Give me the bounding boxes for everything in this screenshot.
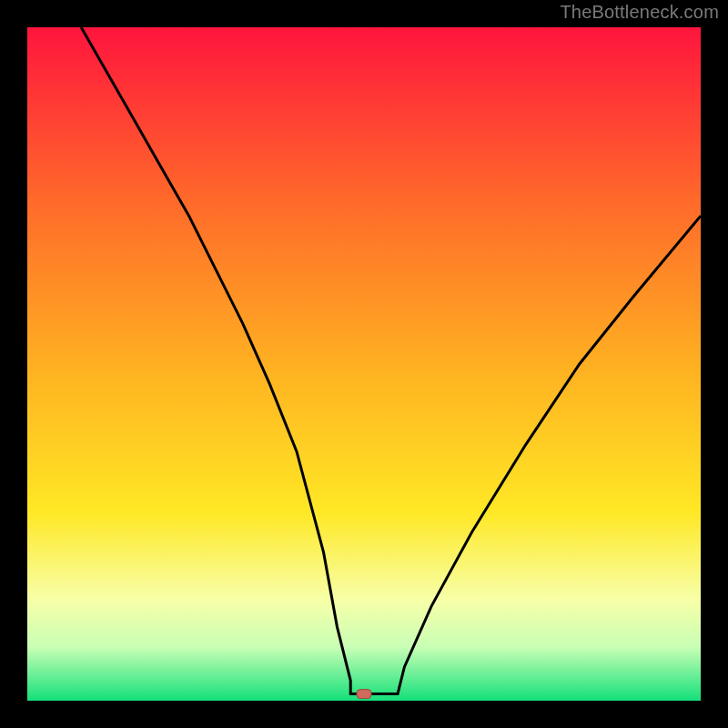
gradient-background xyxy=(27,27,701,701)
watermark-text: TheBottleneck.com xyxy=(560,2,719,23)
plot-area xyxy=(27,27,701,701)
bottleneck-chart xyxy=(27,27,701,701)
chart-frame: TheBottleneck.com xyxy=(0,0,728,728)
optimal-point-marker xyxy=(357,690,371,699)
